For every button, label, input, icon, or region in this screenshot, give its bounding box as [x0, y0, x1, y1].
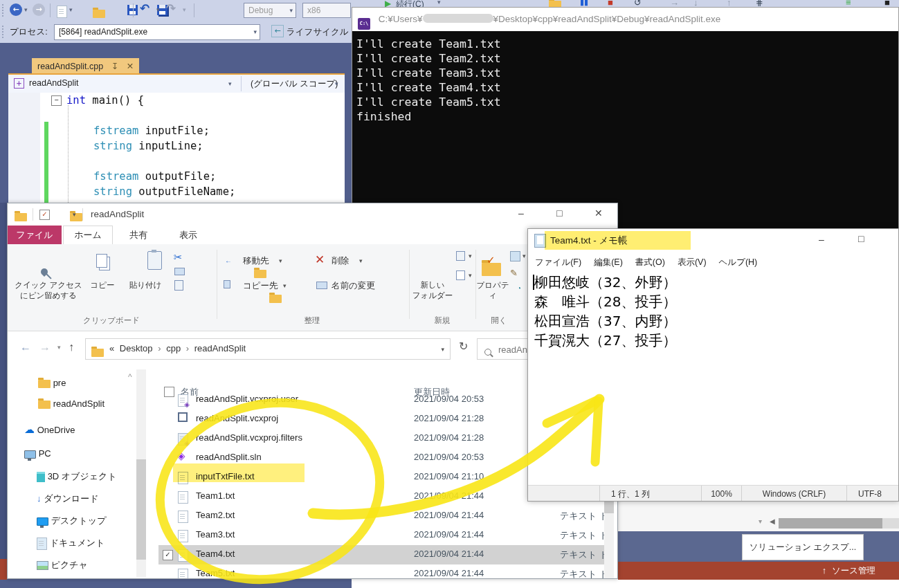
nav-up-icon[interactable]: ↑ — [69, 341, 74, 353]
menu-edit[interactable]: 編集(E) — [594, 257, 623, 267]
tab-view[interactable]: 表示 — [164, 226, 212, 244]
file-row[interactable]: Team5.txt 2021/09/04 21:44 テキスト ドキュメント — [158, 564, 611, 579]
pin-tab-icon[interactable]: ↧ — [111, 62, 118, 71]
platform-combo[interactable]: x86 — [302, 3, 351, 18]
nav-back-icon[interactable]: ← — [20, 341, 31, 353]
paste-icon[interactable] — [147, 251, 162, 270]
copy-to-label[interactable]: コピー先 — [243, 280, 278, 292]
tab-home[interactable]: ホーム — [63, 226, 113, 244]
move-to-caret-icon[interactable]: ▾ — [279, 257, 282, 264]
paste-shortcut-icon[interactable] — [174, 280, 183, 291]
menu-format[interactable]: 書式(O) — [635, 257, 665, 267]
file-name[interactable]: Team3.txt — [196, 529, 235, 540]
sidebar-item-3d-objects[interactable]: 3D オブジェクト — [37, 470, 117, 483]
collapse-region-icon[interactable]: − — [51, 95, 62, 106]
move-to-label[interactable]: 移動先 — [243, 255, 269, 267]
move-to-icon[interactable] — [254, 270, 266, 278]
address-caret-icon[interactable]: ▾ — [441, 346, 444, 353]
notepad-text-area[interactable]: 柳田悠岐（32、外野） 森 唯斗（28、投手） 松田宣浩（37、内野） 千賀滉大… — [528, 270, 899, 485]
notepad-window[interactable]: Team4.txt - メモ帳 – □ ファイル(F)編集(E)書式(O)表示(… — [527, 228, 899, 502]
new-item-caret-icon[interactable]: ▾ — [469, 252, 472, 259]
scope-right-caret-icon[interactable]: ▾ — [335, 80, 338, 87]
debug-configuration-combo[interactable]: Debug▾ — [244, 3, 296, 18]
nav-forward-icon[interactable]: → — [39, 341, 51, 353]
new-item-icon[interactable] — [456, 251, 465, 261]
qat-check-icon[interactable]: ✓ — [39, 210, 50, 220]
scope-right-combo[interactable]: (グローバル スコープ) — [251, 78, 338, 90]
sidebar-scroll-up-icon[interactable]: ^ — [128, 372, 132, 382]
sidebar-item-documents[interactable]: ドキュメント — [37, 537, 105, 550]
tab-file[interactable]: ファイル — [8, 226, 62, 244]
open-app-icon[interactable] — [510, 251, 520, 261]
file-name[interactable]: Team2.txt — [196, 510, 235, 520]
navigate-back-icon[interactable]: ← — [10, 3, 22, 16]
easy-access-caret-icon[interactable]: ▾ — [469, 272, 472, 279]
new-file-dropdown-icon[interactable]: ▾ — [69, 6, 73, 13]
file-row[interactable]: Team2.txt 2021/09/04 21:44 テキスト ドキュメント — [158, 506, 611, 526]
file-name[interactable]: Team4.txt — [196, 549, 235, 559]
undo-icon[interactable]: ↶ — [140, 1, 149, 16]
new-folder-button[interactable]: 新しいフォルダー — [412, 280, 453, 301]
file-name[interactable]: inputTxtFile.txt — [196, 471, 255, 481]
open-folder-icon[interactable] — [93, 10, 105, 18]
sidebar-item-pc[interactable]: PC — [24, 448, 51, 459]
close-tab-icon[interactable]: ✕ — [127, 62, 134, 71]
properties-button[interactable]: プロパティ — [473, 280, 513, 301]
pin-to-quick-access-button[interactable]: クイック アクセスにピン留めする — [10, 280, 87, 301]
paste-button[interactable]: 貼り付け — [122, 280, 168, 291]
code-editor[interactable]: − int main() { fstream inputFile; string… — [8, 93, 345, 203]
pin-to-quick-access-icon[interactable] — [39, 267, 49, 277]
rename-icon[interactable] — [316, 282, 327, 289]
delete-caret-icon[interactable]: ▾ — [359, 257, 363, 264]
file-name[interactable]: Team1.txt — [196, 490, 235, 501]
copy-to-caret-icon[interactable]: ▾ — [283, 282, 287, 289]
file-name[interactable]: readAndSplit.vcxproj.filters — [196, 432, 302, 443]
menu-help[interactable]: ヘルプ(H) — [719, 257, 758, 267]
source-control-up-icon[interactable]: ↑ — [822, 566, 826, 576]
refresh-icon[interactable]: ↻ — [459, 340, 468, 353]
nav-history-caret-icon[interactable]: ▾ — [57, 344, 61, 351]
sidebar-item-downloads[interactable]: ↓ ダウンロード — [37, 493, 99, 505]
explorer-close-icon[interactable]: ✕ — [594, 208, 603, 219]
source-control-label[interactable]: ソース管理 — [832, 566, 875, 576]
solution-explorer-tab[interactable]: ソリューション エクスプ... — [742, 534, 864, 560]
toolbar-grip[interactable] — [2, 4, 7, 17]
notepad-minimize-icon[interactable]: – — [819, 234, 824, 245]
file-row[interactable]: Team3.txt 2021/09/04 21:44 テキスト ドキュメント — [158, 526, 611, 545]
sidebar-item-readandsplit[interactable]: readAndSplit — [38, 398, 105, 409]
undo-dropdown-icon[interactable]: ▾ — [156, 6, 160, 13]
menu-view[interactable]: 表示(V) — [678, 257, 707, 267]
sidebar-item-onedrive[interactable]: ☁ OneDrive — [24, 423, 75, 436]
sidebar-scrollbar[interactable] — [136, 369, 146, 577]
notepad-maximize-icon[interactable]: □ — [858, 233, 864, 244]
file-name[interactable]: readAndSplit.vcxproj.user — [196, 394, 298, 404]
copy-path-icon[interactable] — [174, 268, 185, 275]
cut-icon[interactable]: ✂ — [174, 251, 183, 264]
sidebar-item-desktop[interactable]: デスクトップ — [37, 515, 106, 527]
open-caret-icon[interactable]: ▾ — [523, 252, 526, 259]
continue-dropdown-icon[interactable]: ▾ — [437, 0, 441, 6]
explorer-titlebar[interactable]: ✓ ▾ readAndSplit – □ ✕ — [8, 203, 618, 226]
tab-share[interactable]: 共有 — [114, 226, 163, 244]
sidebar-scroll-thumb[interactable] — [136, 459, 146, 560]
file-name[interactable]: readAndSplit.vcxproj — [196, 413, 278, 423]
sidebar-item-pictures[interactable]: ピクチャ — [37, 559, 88, 571]
delete-label[interactable]: 削除 — [332, 255, 349, 267]
pane-scroll-caret-icon[interactable]: ▾ — [759, 517, 762, 525]
file-name[interactable]: Team5.txt — [196, 568, 235, 578]
explorer-minimize-icon[interactable]: – — [518, 208, 524, 219]
explorer-maximize-icon[interactable]: □ — [556, 208, 562, 219]
crumb-readandsplit[interactable]: readAndSplit — [194, 343, 246, 353]
hscroll-thumb[interactable] — [779, 518, 882, 529]
easy-access-icon[interactable] — [456, 270, 465, 280]
scope-left-combo[interactable]: readAndSplit — [29, 78, 79, 88]
navigate-forward-icon[interactable]: → — [33, 3, 45, 16]
breadcrumb[interactable]: « Desktop › cpp › readAndSplit — [109, 343, 248, 353]
row-checkbox-checked[interactable]: ✓ — [163, 550, 173, 560]
hscroll-left-icon[interactable]: ◀ — [770, 517, 775, 525]
hscroll-track[interactable] — [779, 518, 899, 529]
back-dropdown-icon[interactable]: ▾ — [24, 6, 28, 13]
break-all-icon[interactable]: ▮▮ — [580, 0, 588, 7]
notepad-titlebar[interactable]: Team4.txt - メモ帳 – □ — [528, 229, 899, 252]
file-name[interactable]: readAndSplit.sln — [196, 452, 262, 462]
